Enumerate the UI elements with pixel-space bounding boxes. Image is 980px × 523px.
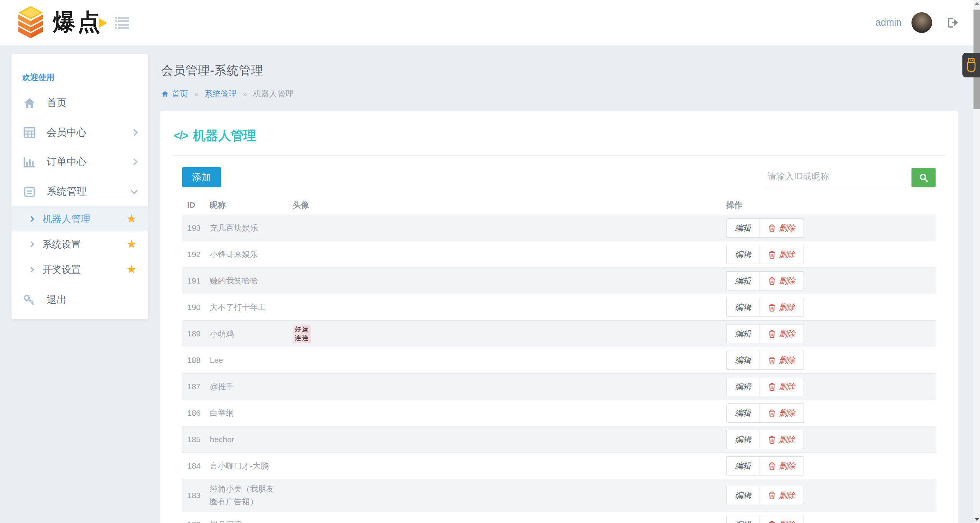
edit-button[interactable]: 编辑: [727, 486, 760, 505]
row-action-group: 编辑 删除: [726, 486, 804, 505]
delete-button[interactable]: 删除: [760, 457, 804, 475]
chevron-right-icon: [28, 216, 34, 222]
table-row: 184 言小咖口才-大鹏 编辑 删除: [182, 453, 936, 479]
cell-nickname: Lee: [210, 354, 276, 367]
trash-icon: [768, 462, 776, 470]
divider: [172, 155, 946, 156]
extension-usb-button[interactable]: [962, 53, 980, 77]
row-action-group: 编辑 删除: [726, 430, 804, 449]
trash-icon: [768, 491, 776, 499]
table-row: 192 小锋哥来娱乐 编辑 删除: [182, 241, 936, 268]
sidebar-item-system-management[interactable]: 系统管理: [11, 177, 148, 206]
search-button[interactable]: [911, 168, 936, 187]
edit-button[interactable]: 编辑: [727, 245, 760, 264]
row-action-group: 编辑 删除: [726, 218, 804, 238]
favorite-star-icon[interactable]: ★: [126, 238, 137, 250]
edit-button[interactable]: 编辑: [727, 325, 760, 343]
sidebar-item-order-center[interactable]: 订单中心: [11, 147, 148, 177]
search-input[interactable]: [765, 169, 910, 187]
delete-button[interactable]: 删除: [760, 377, 804, 396]
column-header-actions: 操作: [726, 200, 936, 210]
chevron-down-icon: [131, 187, 137, 194]
chevron-right-icon: [131, 158, 137, 165]
table-row: 193 充几百块娱乐 编辑 删除: [182, 215, 936, 241]
edit-button[interactable]: 编辑: [727, 219, 760, 237]
delete-button[interactable]: 删除: [760, 272, 804, 290]
edit-button[interactable]: 编辑: [727, 430, 760, 449]
cell-id: 185: [182, 435, 210, 444]
cell-avatar-image: 好运连连: [293, 325, 311, 343]
delete-button[interactable]: 删除: [760, 351, 804, 369]
chevron-right-icon: [131, 129, 137, 136]
row-action-group: 编辑 删除: [726, 456, 804, 475]
edit-button[interactable]: 编辑: [727, 377, 760, 396]
sidebar-item-logout[interactable]: 退出: [11, 285, 148, 315]
trash-icon: [768, 521, 776, 523]
trash-icon: [768, 251, 776, 259]
sidebar-item-label: 会员中心: [47, 126, 87, 139]
usb-drive-icon: [965, 57, 977, 73]
breadcrumb-home-link[interactable]: 首页: [161, 89, 188, 99]
user-avatar[interactable]: [911, 12, 932, 33]
cell-id: 187: [182, 382, 210, 391]
scrollbar-down-arrow[interactable]: [973, 516, 980, 523]
sidebar-item-member-center[interactable]: 会员中心: [11, 118, 148, 147]
delete-button[interactable]: 删除: [760, 325, 804, 343]
robot-table: ID 昵称 头像 操作 193 充几百块娱乐 编辑 删除: [182, 195, 936, 523]
delete-button[interactable]: 删除: [760, 515, 804, 523]
column-header-id: ID: [182, 200, 210, 210]
page-scrollbar[interactable]: [973, 0, 980, 523]
sidebar-item-home[interactable]: 首页: [11, 88, 148, 118]
delete-button[interactable]: 删除: [760, 404, 804, 422]
sidebar-navigation: 欢迎使用 首页 会员中心 订单中心: [11, 54, 148, 319]
cell-nickname: 赚的我笑哈哈: [210, 275, 276, 287]
sidebar-subitem-system-settings[interactable]: 系统设置 ★: [11, 231, 148, 257]
row-action-group: 编辑 删除: [726, 377, 804, 396]
form-icon: [22, 186, 37, 197]
sidebar-subitem-robot-management[interactable]: 机器人管理 ★: [11, 206, 148, 231]
delete-button[interactable]: 删除: [760, 298, 804, 316]
sidebar-subitem-lottery-settings[interactable]: 开奖设置 ★: [11, 257, 148, 282]
delete-button[interactable]: 删除: [760, 430, 804, 449]
cell-nickname: 小萌鸡: [210, 328, 276, 340]
edit-button[interactable]: 编辑: [727, 515, 760, 523]
sidebar-item-label: 首页: [47, 96, 67, 110]
add-button[interactable]: 添加: [182, 167, 221, 187]
delete-button[interactable]: 删除: [760, 219, 804, 237]
trash-icon: [768, 330, 776, 338]
favorite-star-icon[interactable]: ★: [126, 213, 137, 225]
chevron-right-icon: [28, 241, 34, 247]
table-row: 183 纯简小美（我朋友圈有广告裙） 编辑 删除: [182, 479, 936, 512]
table-row: 189 小萌鸡 好运连连 编辑 删除: [182, 321, 936, 347]
trash-icon: [768, 224, 776, 232]
edit-button[interactable]: 编辑: [727, 272, 760, 290]
favorite-star-icon[interactable]: ★: [126, 264, 137, 275]
delete-button[interactable]: 删除: [760, 245, 804, 264]
table-row: 188 Lee 编辑 删除: [182, 347, 936, 374]
edit-button[interactable]: 编辑: [727, 298, 760, 316]
cell-nickname: 言小咖口才-大鹏: [210, 460, 276, 472]
cell-id: 189: [182, 329, 210, 338]
logged-in-user[interactable]: admin: [875, 17, 902, 28]
delete-button[interactable]: 删除: [760, 486, 804, 505]
scrollbar-up-arrow[interactable]: [973, 0, 980, 7]
brand-logo[interactable]: 爆点: [15, 5, 102, 39]
edit-button[interactable]: 编辑: [727, 404, 760, 422]
home-icon: [22, 97, 37, 109]
edit-button[interactable]: 编辑: [727, 351, 760, 369]
row-action-group: 编辑 删除: [726, 324, 804, 343]
sidebar-toggle-list-icon[interactable]: [115, 17, 129, 29]
grid-icon: [22, 127, 37, 138]
table-row: 190 大不了打十年工 编辑 删除: [182, 294, 936, 321]
chevron-right-icon: [28, 266, 34, 272]
trash-icon: [768, 383, 776, 391]
edit-button[interactable]: 编辑: [727, 457, 760, 475]
cell-id: 184: [182, 461, 210, 471]
table-body: 193 充几百块娱乐 编辑 删除 192 小锋哥来娱乐: [182, 215, 936, 523]
sidebar-item-label: 订单中心: [47, 155, 87, 169]
card-title: </> 机器人管理: [160, 111, 958, 144]
brand-name: 爆点: [53, 5, 102, 39]
sidebar-welcome-label: 欢迎使用: [22, 72, 148, 83]
logout-icon[interactable]: [947, 17, 959, 28]
breadcrumb-system-link[interactable]: 系统管理: [204, 89, 237, 99]
